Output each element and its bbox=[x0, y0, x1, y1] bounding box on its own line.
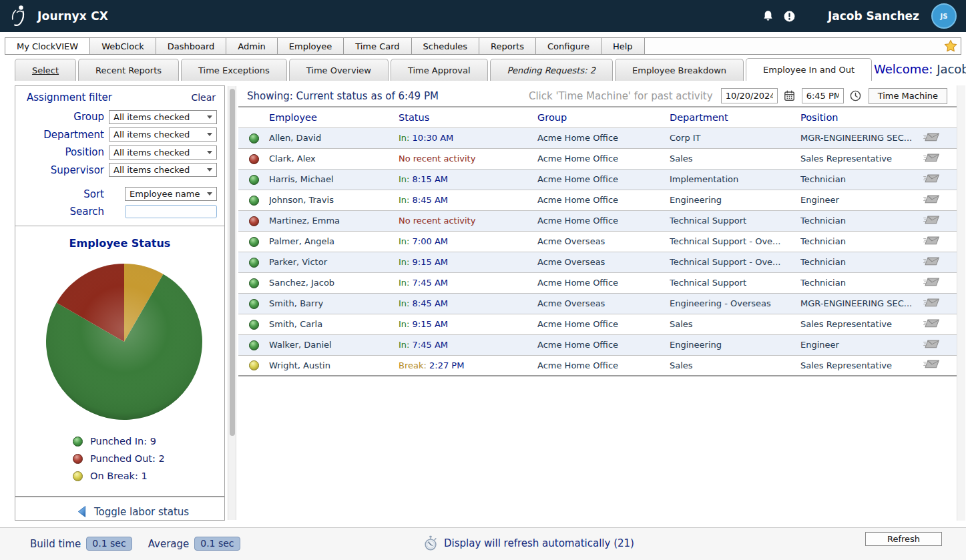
col-header-department[interactable]: Department bbox=[670, 107, 800, 127]
tabs: SelectRecent ReportsTime ExceptionsTime … bbox=[15, 58, 874, 81]
toggle-labor-status-label: Toggle labor status bbox=[94, 506, 189, 518]
menu-item-admin[interactable]: Admin bbox=[226, 38, 277, 54]
date-input[interactable] bbox=[721, 88, 778, 103]
status-orb-in-icon bbox=[249, 340, 259, 350]
menu-item-employee[interactable]: Employee bbox=[278, 38, 344, 54]
envelope-message-icon[interactable] bbox=[922, 131, 940, 143]
tab-time-exceptions[interactable]: Time Exceptions bbox=[181, 59, 287, 81]
envelope-message-icon[interactable] bbox=[922, 235, 940, 246]
calendar-icon[interactable] bbox=[783, 89, 796, 102]
table-row[interactable]: Smith, CarlaIn: 9:15 AMAcme Home OfficeS… bbox=[238, 314, 957, 334]
col-header-position[interactable]: Position bbox=[800, 107, 922, 127]
department-cell: Technical Support bbox=[670, 210, 800, 231]
menu-item-reports[interactable]: Reports bbox=[479, 38, 536, 54]
supervisor-dropdown-value: All items checked bbox=[113, 165, 207, 175]
tab-employee-breakdown[interactable]: Employee Breakdown bbox=[615, 59, 744, 81]
tab-pending-requests-2[interactable]: Pending Requests: 2 bbox=[490, 59, 613, 81]
table-row[interactable]: Wright, AustinBreak: 2:27 PMAcme Home Of… bbox=[238, 355, 957, 376]
table-row[interactable]: Allen, DavidIn: 10:30 AMAcme Home Office… bbox=[238, 127, 957, 148]
table-row[interactable]: Palmer, AngelaIn: 7:00 AMAcme OverseasTe… bbox=[238, 231, 957, 252]
group-cell: Acme Home Office bbox=[537, 210, 670, 231]
menu-item-webclock[interactable]: WebClock bbox=[90, 38, 156, 54]
envelope-message-icon[interactable] bbox=[922, 194, 940, 205]
filter-label-position: Position bbox=[15, 146, 109, 158]
search-row: Search bbox=[15, 205, 224, 218]
employee-name-cell: Palmer, Angela bbox=[269, 231, 399, 252]
tab-time-overview[interactable]: Time Overview bbox=[289, 59, 389, 81]
col-header-status-dot bbox=[238, 107, 269, 127]
supervisor-dropdown[interactable]: All items checked bbox=[109, 163, 217, 177]
time-input[interactable] bbox=[802, 88, 844, 103]
employee-name-cell: Smith, Barry bbox=[269, 293, 399, 314]
envelope-message-icon[interactable] bbox=[922, 318, 940, 329]
menu-bar: My ClockVIEWWebClockDashboardAdminEmploy… bbox=[5, 37, 961, 55]
clear-filter-link[interactable]: Clear bbox=[191, 92, 216, 103]
table-row[interactable]: Martinez, EmmaNo recent activityAcme Hom… bbox=[238, 210, 957, 231]
menu-item-time-card[interactable]: Time Card bbox=[344, 38, 411, 54]
table-header-row: Employee Status Group Department Positio… bbox=[238, 107, 957, 127]
position-cell: Engineer bbox=[800, 334, 922, 355]
tab-select[interactable]: Select bbox=[15, 59, 76, 81]
status-prefix: In: bbox=[399, 133, 413, 143]
menu-item-dashboard[interactable]: Dashboard bbox=[156, 38, 227, 54]
table-row[interactable]: Smith, BarryIn: 8:45 AMAcme OverseasEngi… bbox=[238, 293, 957, 314]
table-row[interactable]: Parker, VictorIn: 9:15 AMAcme OverseasTe… bbox=[238, 252, 957, 272]
menu-item-schedules[interactable]: Schedules bbox=[412, 38, 480, 54]
envelope-message-icon[interactable] bbox=[922, 173, 940, 184]
department-cell: Technical Support - Ove... bbox=[670, 231, 800, 252]
table-row[interactable]: Sanchez, JacobIn: 7:45 AMAcme Home Offic… bbox=[238, 272, 957, 293]
envelope-message-icon[interactable] bbox=[922, 297, 940, 308]
main-scrollbar-track[interactable] bbox=[957, 85, 965, 521]
group-dropdown[interactable]: All items checked bbox=[109, 110, 217, 124]
department-dropdown-value: All items checked bbox=[113, 129, 207, 139]
position-cell: Sales Representative bbox=[800, 148, 922, 169]
envelope-message-icon[interactable] bbox=[922, 338, 940, 350]
department-cell: Engineering bbox=[670, 334, 800, 355]
table-row[interactable]: Harris, MichaelIn: 8:15 AMAcme Home Offi… bbox=[238, 169, 957, 190]
envelope-message-icon[interactable] bbox=[922, 214, 940, 226]
col-header-group[interactable]: Group bbox=[537, 107, 670, 127]
department-cell: Sales bbox=[670, 314, 800, 334]
menu-item-my-clockview[interactable]: My ClockVIEW bbox=[5, 38, 90, 54]
table-row[interactable]: Johnson, TravisIn: 8:45 AMAcme Home Offi… bbox=[238, 190, 957, 210]
status-orb-break-icon bbox=[249, 360, 259, 370]
clock-icon[interactable] bbox=[849, 89, 862, 102]
user-name[interactable]: Jacob Sanchez bbox=[828, 9, 919, 23]
status-prefix: In: bbox=[399, 236, 413, 246]
envelope-message-icon[interactable] bbox=[922, 276, 940, 288]
favorite-star-icon[interactable] bbox=[941, 38, 961, 54]
tab-time-approval[interactable]: Time Approval bbox=[391, 59, 488, 81]
time-machine-button[interactable]: Time Machine bbox=[869, 88, 947, 104]
sidebar-scrollbar-thumb[interactable] bbox=[230, 89, 235, 436]
menu-item-help[interactable]: Help bbox=[601, 38, 645, 54]
message-cell bbox=[922, 190, 957, 210]
group-cell: Acme Home Office bbox=[537, 190, 670, 210]
toggle-labor-status[interactable]: Toggle labor status bbox=[15, 497, 224, 518]
col-header-status[interactable]: Status bbox=[399, 107, 537, 127]
stopwatch-icon bbox=[423, 535, 438, 551]
notifications-bell-icon[interactable] bbox=[761, 9, 775, 23]
department-dropdown[interactable]: All items checked bbox=[109, 127, 217, 142]
table-row[interactable]: Walker, DanielIn: 7:45 AMAcme Home Offic… bbox=[238, 334, 957, 355]
status-orb-out-icon bbox=[73, 454, 83, 464]
sort-dropdown[interactable]: Employee name bbox=[125, 187, 217, 201]
col-header-employee[interactable]: Employee bbox=[269, 107, 399, 127]
menu-item-configure[interactable]: Configure bbox=[536, 38, 601, 54]
refresh-button[interactable]: Refresh bbox=[865, 532, 942, 546]
tab-recent-reports[interactable]: Recent Reports bbox=[78, 59, 179, 81]
envelope-message-icon[interactable] bbox=[922, 256, 940, 267]
table-row[interactable]: Clark, AlexNo recent activityAcme Home O… bbox=[238, 148, 957, 169]
status-cell: In: 9:15 AM bbox=[399, 252, 537, 272]
tab-employee-in-and-out[interactable]: Employee In and Out bbox=[746, 58, 872, 81]
user-avatar[interactable]: JS bbox=[931, 3, 957, 29]
status-prefix: In: bbox=[399, 340, 413, 350]
envelope-message-icon[interactable] bbox=[922, 358, 940, 370]
search-input[interactable] bbox=[125, 205, 217, 218]
status-orb-in-icon bbox=[73, 437, 83, 447]
time-machine-hint: Click 'Time Machine' for past activity bbox=[529, 90, 713, 102]
status-value: 7:45 AM bbox=[413, 278, 448, 288]
alert-info-icon[interactable] bbox=[783, 10, 796, 23]
position-dropdown[interactable]: All items checked bbox=[109, 146, 217, 160]
envelope-message-icon[interactable] bbox=[922, 152, 940, 164]
position-cell: Sales Representative bbox=[800, 314, 922, 334]
